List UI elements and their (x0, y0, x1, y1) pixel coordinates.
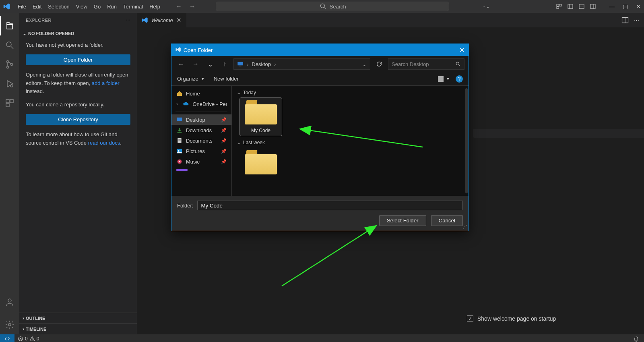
tree-documents[interactable]: Documents 📌 (171, 135, 231, 146)
menu-go[interactable]: Go (91, 2, 104, 11)
activity-settings[interactable] (0, 315, 19, 334)
errors-count: 0 (25, 336, 28, 342)
breadcrumb-desktop[interactable]: Desktop (252, 61, 271, 67)
resize-grip-icon[interactable]: ⋰ (462, 224, 467, 230)
select-folder-button[interactable]: Select Folder (379, 215, 426, 226)
chevron-right-icon: › (23, 315, 24, 321)
location-desktop-icon (237, 61, 244, 67)
command-search[interactable]: Search (216, 2, 449, 11)
folder-item-unnamed[interactable] (240, 148, 282, 177)
tree-onedrive[interactable]: › OneDrive - Perso (171, 99, 231, 109)
dialog-title: Open Folder (184, 47, 213, 53)
nav-back-icon[interactable]: ← (173, 2, 184, 11)
tree-pictures[interactable]: Pictures 📌 (171, 146, 231, 156)
group-lastweek[interactable]: ⌄Last week (237, 140, 464, 145)
svg-point-20 (10, 85, 13, 87)
clone-repository-button[interactable]: Clone Repository (26, 114, 130, 125)
dialog-close-icon[interactable]: ✕ (459, 46, 464, 54)
status-notifications[interactable] (630, 336, 644, 342)
dialog-app-icon (175, 47, 181, 54)
menu-edit[interactable]: Edit (29, 2, 45, 11)
welcome-startup-row: ✓ Show welcome page on startup (467, 315, 556, 322)
nav-history-group: ← → (173, 2, 198, 11)
tab-more-icon[interactable]: ⋯ (634, 16, 639, 24)
panel-bottom-icon[interactable] (578, 3, 585, 10)
menu-file[interactable]: File (14, 2, 29, 11)
tab-welcome[interactable]: Welcome ✕ (137, 13, 187, 27)
tree-desktop[interactable]: Desktop 📌 (171, 114, 231, 125)
new-folder-button[interactable]: New folder (214, 76, 239, 82)
dlg-search-field[interactable]: Search Desktop (388, 58, 464, 70)
copilot-icon[interactable]: ⌄ (483, 3, 490, 10)
activity-source-control[interactable] (0, 55, 19, 74)
dialog-footer: Folder: Select Folder Cancel ⋰ (171, 196, 469, 231)
panel-right-icon[interactable] (590, 3, 596, 10)
status-problems[interactable]: 0 0 (14, 336, 42, 342)
window-minimize-icon[interactable]: — (609, 3, 615, 10)
tree-downloads[interactable]: Downloads 📌 (171, 125, 231, 135)
add-folder-link[interactable]: add a folder (92, 80, 120, 86)
svg-point-0 (320, 4, 324, 8)
panel-no-folder-header[interactable]: ⌄ NO FOLDER OPENED (19, 29, 137, 38)
tab-bar: Welcome ✕ ⋯ (137, 13, 644, 27)
dlg-refresh-icon[interactable] (374, 58, 385, 70)
svg-rect-2 (484, 6, 485, 7)
dlg-recent-icon[interactable]: ⌄ (204, 58, 216, 70)
svg-point-24 (8, 299, 11, 302)
panel-left-icon[interactable] (567, 3, 574, 10)
activity-extensions[interactable] (0, 93, 19, 113)
clone-hint: You can clone a repository locally. (26, 101, 130, 109)
dlg-up-icon[interactable]: ↑ (219, 58, 230, 70)
pin-icon: 📌 (221, 117, 227, 122)
dlg-forward-icon[interactable]: → (190, 58, 201, 70)
folder-item-mycode[interactable]: My Code (240, 98, 282, 136)
cancel-button[interactable]: Cancel (431, 215, 463, 226)
activity-search[interactable] (0, 35, 19, 55)
window-maximize-icon[interactable]: ▢ (623, 3, 628, 10)
svg-rect-12 (590, 4, 595, 9)
split-editor-icon[interactable] (621, 16, 629, 24)
sidebar-header: EXPLORER ⋯ (19, 13, 137, 27)
layout-customize-icon[interactable] (556, 3, 562, 10)
read-docs-link[interactable]: read our docs (88, 140, 120, 146)
open-folder-dialog: Open Folder ✕ ← → ⌄ ↑ › Desktop › ⌄ Sear… (171, 44, 469, 231)
activity-accounts[interactable] (0, 292, 19, 312)
folder-name: My Code (251, 128, 270, 133)
menu-help[interactable]: Help (146, 2, 163, 11)
tree-home-label: Home (186, 91, 200, 97)
dialog-toolbar: Organize▼ New folder ▼ ? (171, 72, 469, 86)
menu-view[interactable]: View (73, 2, 91, 11)
folder-field-input[interactable] (197, 201, 463, 210)
menu-selection[interactable]: Selection (45, 2, 72, 11)
window-close-icon[interactable]: ✕ (636, 3, 641, 10)
tree-home[interactable]: Home (171, 88, 231, 99)
folder-field-row: Folder: (177, 201, 463, 210)
activity-explorer[interactable] (0, 16, 19, 35)
closing-hint: Opening a folder will close all currentl… (26, 71, 130, 96)
chevron-down-icon: ⌄ (237, 140, 241, 145)
activity-run-debug[interactable] (0, 74, 19, 93)
dialog-tree: Home › OneDrive - Perso Desktop 📌 Downlo… (171, 86, 232, 196)
remote-indicator[interactable] (0, 334, 14, 342)
panel-timeline-header[interactable]: ›TIMELINE (19, 323, 137, 334)
address-dropdown-icon[interactable]: ⌄ (362, 61, 367, 67)
nav-forward-icon[interactable]: → (187, 2, 198, 11)
dlg-back-icon[interactable]: ← (175, 58, 187, 70)
panel-outline-header[interactable]: ›OUTLINE (19, 313, 137, 323)
dlg-address-bar[interactable]: › Desktop › ⌄ (233, 58, 370, 70)
scrollbar[interactable] (465, 88, 468, 193)
help-icon[interactable]: ? (456, 75, 463, 83)
menu-run[interactable]: Run (104, 2, 120, 11)
folder-field-label: Folder: (177, 203, 193, 209)
tree-onedrive-label: OneDrive - Perso (192, 101, 227, 107)
sidebar-more-icon[interactable]: ⋯ (126, 18, 131, 23)
startup-checkbox[interactable]: ✓ (467, 315, 473, 322)
tab-close-icon[interactable]: ✕ (176, 17, 182, 24)
startup-label: Show welcome page on startup (477, 315, 556, 322)
open-folder-button[interactable]: Open Folder (26, 54, 130, 65)
organize-menu[interactable]: Organize▼ (177, 76, 205, 82)
tree-music[interactable]: Music 📌 (171, 156, 231, 167)
view-mode-button[interactable]: ▼ (438, 76, 450, 82)
menu-terminal[interactable]: Terminal (120, 2, 146, 11)
group-today[interactable]: ⌄Today (237, 90, 464, 95)
